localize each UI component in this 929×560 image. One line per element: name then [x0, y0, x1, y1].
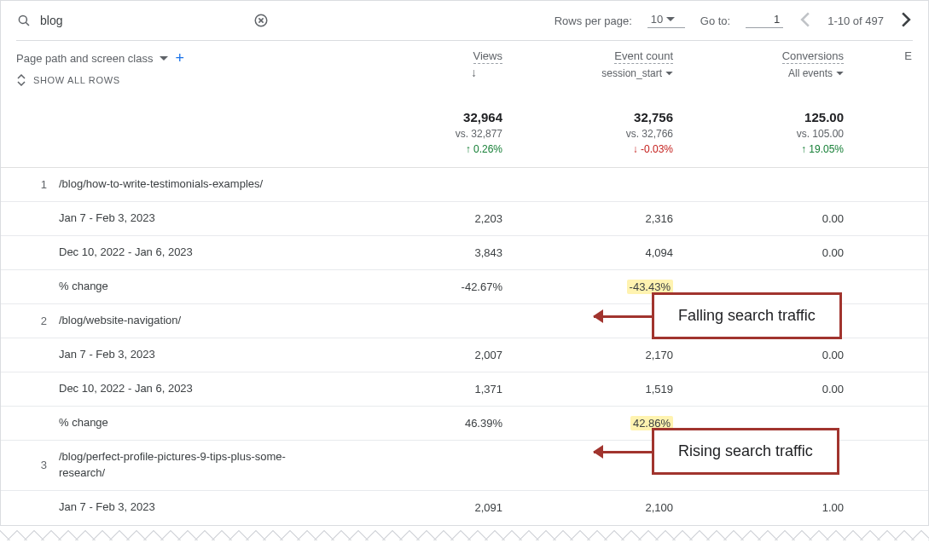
table-row[interactable]: 1 /blog/how-to-write-testimonials-exampl… — [1, 168, 928, 202]
table-subrow: Jan 7 - Feb 3, 2023 2,091 2,100 1.00 — [1, 491, 928, 525]
period-label: Jan 7 - Feb 3, 2023 — [59, 347, 349, 363]
chevron-right-icon — [901, 12, 911, 27]
period-label: Dec 10, 2022 - Jan 6, 2023 — [59, 245, 349, 261]
summary-views: 32,964 vs. 32,877 ↑ 0.26% — [349, 110, 502, 155]
metric-title-event-count: Event count — [614, 49, 673, 64]
summary-views-delta: ↑ 0.26% — [349, 143, 502, 155]
rows-per-page-value: 10 — [651, 13, 663, 26]
summary-event-count: 32,756 vs. 32,766 ↓ -0.03% — [502, 110, 673, 155]
summary-conversions: 125.00 vs. 105.00 ↑ 19.05% — [673, 110, 844, 155]
event-count-filter[interactable]: session_start — [601, 67, 673, 79]
search-input[interactable] — [40, 14, 245, 27]
cell-conversions: 0.00 — [673, 246, 844, 259]
table-row[interactable]: 3 /blog/perfect-profile-pictures-9-tips-… — [1, 441, 928, 491]
torn-edge — [0, 525, 929, 540]
table-subrow: Dec 10, 2022 - Jan 6, 2023 1,371 1,519 0… — [1, 372, 928, 407]
chevron-down-icon — [665, 72, 673, 76]
prev-page-button[interactable] — [798, 10, 812, 32]
cell-events-change: 42.86% — [502, 417, 673, 430]
table-subrow-change: % change 46.39% 42.86% — [1, 407, 928, 441]
rows-per-page-label: Rows per page: — [554, 14, 632, 27]
cell-views-change: -42.67% — [349, 280, 502, 293]
rows-per-page-select[interactable]: 10 — [647, 13, 685, 28]
cell-events-change: -43.43% — [502, 280, 673, 293]
pager-controls: Rows per page: 10 Go to: 1-10 of 497 — [554, 10, 913, 32]
cell-views: 1,371 — [349, 383, 502, 395]
cell-views: 2,203 — [349, 212, 502, 225]
goto-label: Go to: — [700, 14, 730, 27]
svg-point-0 — [19, 15, 26, 23]
add-dimension-button[interactable]: + — [175, 49, 184, 67]
show-all-rows-label: SHOW ALL ROWS — [33, 75, 120, 85]
cell-events: 2,170 — [502, 349, 673, 361]
table-subrow: Dec 10, 2022 - Jan 6, 2023 3,843 4,094 0… — [1, 236, 928, 270]
row-index: 3 — [16, 459, 59, 471]
top-toolbar: Rows per page: 10 Go to: 1-10 of 497 — [1, 1, 928, 40]
period-label: Jan 7 - Feb 3, 2023 — [59, 211, 349, 227]
chevron-left-icon — [800, 12, 810, 27]
column-headers: Page path and screen class + SHOW ALL RO… — [1, 41, 928, 100]
chevron-down-icon — [666, 17, 675, 22]
page-path: /blog/perfect-profile-pictures-9-tips-pl… — [59, 449, 349, 482]
cell-events: 1,519 — [502, 383, 673, 395]
chevron-down-icon — [160, 56, 168, 61]
change-label: % change — [59, 415, 349, 431]
cell-events: 2,316 — [502, 212, 673, 225]
metric-header-views[interactable]: Views ↓ — [349, 49, 502, 79]
metric-header-event-count[interactable]: Event count session_start — [502, 49, 673, 79]
period-label: Dec 10, 2022 - Jan 6, 2023 — [59, 381, 349, 397]
next-page-button[interactable] — [899, 10, 913, 32]
cell-views: 3,843 — [349, 246, 502, 259]
table-subrow: Jan 7 - Feb 3, 2023 2,203 2,316 0.00 — [1, 202, 928, 236]
sort-arrow-icon: ↓ — [349, 66, 502, 79]
cell-conversions: 0.00 — [673, 212, 844, 225]
goto-input[interactable] — [746, 13, 783, 28]
metric-header-edge: E — [844, 49, 912, 62]
page-range-text: 1-10 of 497 — [827, 14, 884, 27]
row-index: 1 — [16, 178, 59, 191]
search-wrap — [16, 13, 306, 28]
metric-title-conversions: Conversions — [782, 49, 844, 64]
summary-event-count-delta: ↓ -0.03% — [502, 143, 673, 155]
cell-events: 2,100 — [502, 501, 673, 514]
metric-title-views: Views — [473, 49, 502, 64]
cell-views: 2,091 — [349, 501, 502, 514]
clear-search-icon[interactable] — [253, 13, 269, 28]
dimension-picker[interactable]: Page path and screen class + — [16, 49, 349, 67]
period-label: Jan 7 - Feb 3, 2023 — [59, 499, 349, 516]
cell-views-change: 46.39% — [349, 417, 502, 430]
conversions-filter[interactable]: All events — [788, 67, 844, 79]
table-row[interactable]: 2 /blog/website-navigation/ — [1, 304, 928, 338]
cell-conversions: 0.00 — [673, 349, 844, 361]
show-all-rows-button[interactable]: SHOW ALL ROWS — [16, 67, 349, 93]
expand-icon — [16, 74, 26, 86]
cell-conversions: 1.00 — [673, 501, 844, 514]
search-icon — [16, 13, 32, 28]
chevron-down-icon — [836, 72, 844, 76]
summary-row: 32,964 vs. 32,877 ↑ 0.26% 32,756 vs. 32,… — [1, 100, 928, 168]
row-index: 2 — [16, 315, 59, 327]
table-subrow: Jan 7 - Feb 3, 2023 2,007 2,170 0.00 — [1, 338, 928, 372]
change-label: % change — [59, 279, 349, 295]
page-path: /blog/how-to-write-testimonials-examples… — [59, 176, 349, 193]
page-path: /blog/website-navigation/ — [59, 313, 349, 329]
cell-views: 2,007 — [349, 349, 502, 361]
report-panel: Rows per page: 10 Go to: 1-10 of 497 — [0, 0, 929, 526]
summary-conversions-delta: ↑ 19.05% — [673, 143, 844, 155]
metric-header-conversions[interactable]: Conversions All events — [673, 49, 844, 79]
svg-line-1 — [26, 22, 29, 26]
cell-events: 4,094 — [502, 246, 673, 259]
cell-conversions: 0.00 — [673, 383, 844, 395]
table-subrow-change: % change -42.67% -43.43% — [1, 270, 928, 304]
dimension-label: Page path and screen class — [16, 52, 153, 65]
